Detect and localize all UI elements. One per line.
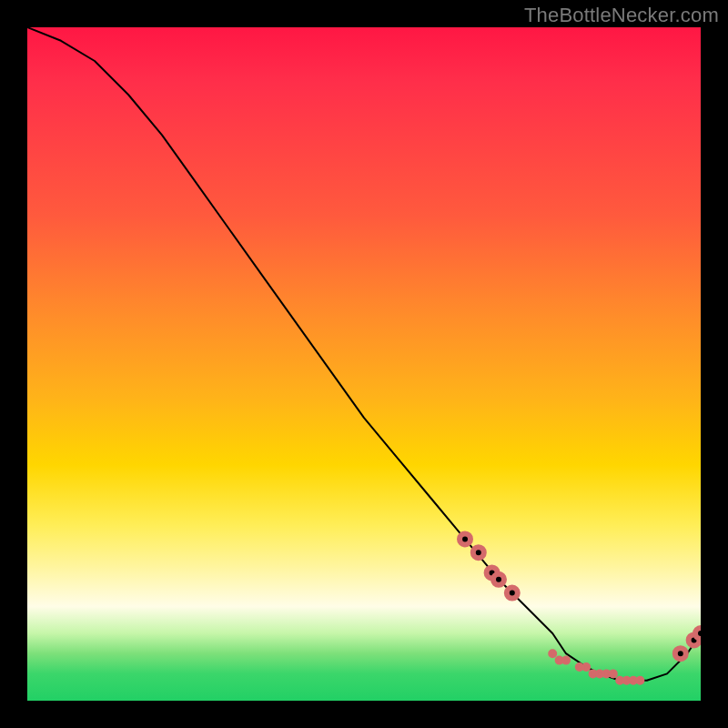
marker-point bbox=[695, 628, 701, 639]
marker-point bbox=[473, 547, 484, 558]
marker-point bbox=[507, 588, 518, 599]
chart-svg bbox=[27, 27, 701, 701]
watermark-text: TheBottleNecker.com bbox=[524, 4, 719, 27]
bottleneck-curve bbox=[27, 27, 701, 681]
plot-area bbox=[27, 27, 701, 701]
marker-point bbox=[460, 533, 470, 544]
marker-point bbox=[675, 648, 686, 659]
marker-point bbox=[563, 657, 570, 663]
marker-point bbox=[493, 574, 504, 585]
marker-point bbox=[610, 671, 616, 677]
chart-frame: TheBottleNecker.com bbox=[0, 0, 728, 728]
markers-group bbox=[460, 533, 701, 683]
marker-point bbox=[583, 664, 590, 671]
marker-point bbox=[550, 651, 556, 657]
marker-point bbox=[637, 677, 643, 683]
